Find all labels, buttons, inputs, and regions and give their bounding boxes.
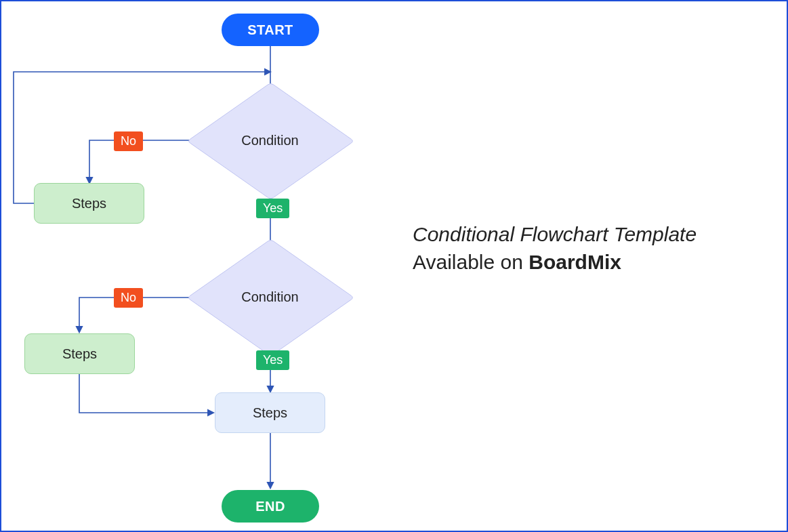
condition-2-label-wrap: Condition [211,270,329,325]
steps-node-left-1: Steps [34,183,144,224]
steps-label-left-2: Steps [62,346,97,362]
steps-label-main: Steps [253,405,287,421]
condition-2-label: Condition [241,289,299,305]
flowchart-frame: START Condition No Yes Steps Condition N… [0,0,788,532]
no-tag-1: No [114,131,143,151]
condition-1-label-wrap: Condition [211,113,329,168]
steps-node-main: Steps [215,392,325,433]
caption-line2: Available on BoardMix [413,249,697,277]
start-label: START [247,22,293,38]
end-node: END [222,490,319,523]
caption-title: Conditional Flowchart Template [413,221,697,249]
condition-1-label: Condition [241,133,299,148]
caption-brand: BoardMix [528,251,621,273]
no-tag-2: No [114,288,143,308]
yes-tag-1: Yes [256,199,289,218]
yes-tag-2: Yes [256,350,289,370]
caption-available: Available on [413,251,528,273]
steps-node-left-2: Steps [24,333,135,374]
caption: Conditional Flowchart Template Available… [413,221,697,276]
end-label: END [255,499,285,514]
steps-label-left-1: Steps [72,196,106,211]
start-node: START [222,14,319,46]
